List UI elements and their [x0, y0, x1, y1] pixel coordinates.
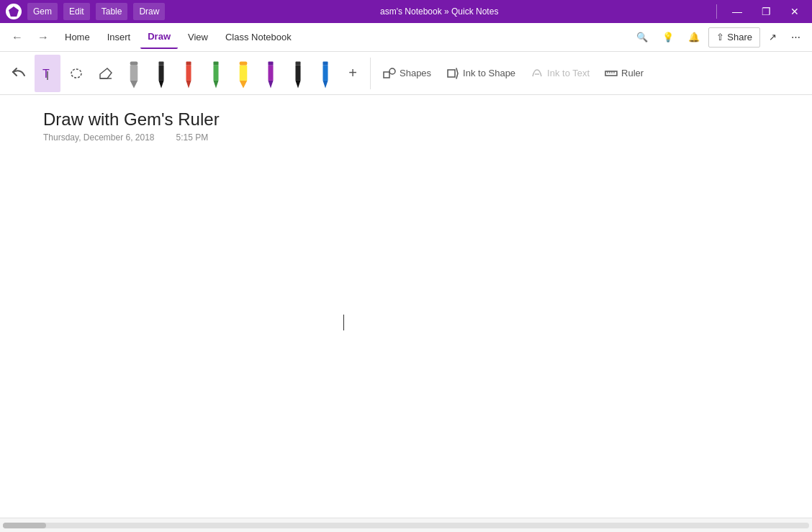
minimize-button[interactable]: — — [726, 0, 749, 23]
pen-6-button[interactable] — [258, 55, 284, 92]
svg-marker-13 — [186, 80, 191, 88]
title-bar-left: Gem Edit Table Draw — [6, 3, 165, 20]
pen-5-button[interactable] — [230, 55, 256, 92]
svg-marker-28 — [322, 80, 328, 88]
gem-badge — [6, 4, 22, 19]
ruler-button[interactable]: Ruler — [598, 59, 649, 88]
pen-3-icon — [179, 59, 199, 91]
svg-marker-22 — [268, 80, 273, 88]
ink-to-shape-button[interactable]: Ink to Shape — [440, 59, 521, 88]
pen-1-button[interactable] — [121, 55, 147, 92]
expand-icon: ↗ — [769, 32, 777, 42]
lasso-select-button[interactable] — [63, 55, 89, 92]
svg-marker-10 — [158, 80, 163, 88]
title-bar: Gem Edit Table Draw asm's Notebook » Qui… — [0, 0, 812, 23]
scrollbar-thumb[interactable] — [3, 523, 46, 528]
lightbulb-button[interactable]: 💡 — [657, 27, 680, 48]
lightbulb-icon: 💡 — [662, 32, 674, 42]
forward-button[interactable]: → — [32, 26, 55, 49]
ink-to-shape-icon — [446, 66, 460, 81]
svg-rect-5 — [130, 61, 138, 65]
text-cursor — [343, 315, 344, 330]
content-area[interactable]: Draw with Gem's Ruler Thursday, December… — [0, 95, 812, 518]
svg-point-30 — [389, 68, 395, 74]
search-button[interactable]: 🔍 — [631, 27, 654, 48]
share-button[interactable]: ⇧ Share — [708, 27, 760, 48]
pen-2-button[interactable] — [148, 55, 174, 92]
svg-rect-6 — [130, 65, 138, 80]
svg-rect-18 — [240, 65, 248, 80]
ruler-icon — [604, 66, 618, 81]
more-icon: ⋯ — [791, 32, 800, 42]
select-tool-button[interactable]: T — [35, 55, 60, 92]
undo-icon — [11, 66, 27, 81]
ink-to-text-label: Ink to Text — [547, 68, 590, 78]
page-date: Thursday, December 6, 2018 — [43, 132, 155, 143]
tab-class-notebook[interactable]: Class Notebook — [218, 26, 299, 49]
svg-rect-23 — [295, 61, 300, 65]
menu-bar: ← → Home Insert Draw View Class Notebook… — [0, 23, 812, 52]
ruler-label: Ruler — [621, 68, 644, 78]
pen-8-button[interactable] — [312, 55, 338, 92]
bell-button[interactable]: 🔔 — [682, 27, 705, 48]
pen-1-icon — [124, 59, 144, 91]
more-button[interactable]: ⋯ — [785, 27, 806, 48]
pen-4-icon — [206, 59, 226, 91]
scrollbar-area — [0, 518, 812, 532]
expand-button[interactable]: ↗ — [763, 27, 782, 48]
eraser-button[interactable] — [92, 55, 118, 92]
shapes-button[interactable]: Shapes — [376, 59, 437, 88]
svg-rect-29 — [384, 72, 389, 78]
svg-rect-27 — [322, 65, 328, 80]
svg-marker-19 — [240, 80, 248, 88]
title-bar-right: — ❐ ✕ — [713, 0, 806, 23]
ink-to-text-button[interactable]: Ink to Text — [524, 59, 595, 88]
pen-6-icon — [261, 59, 281, 91]
pen-group — [121, 55, 338, 92]
back-button[interactable]: ← — [6, 26, 29, 49]
pen-7-button[interactable] — [285, 55, 311, 92]
tab-view[interactable]: View — [181, 26, 215, 49]
share-label: Share — [727, 32, 752, 42]
eraser-icon — [97, 66, 113, 81]
bell-icon: 🔔 — [688, 32, 700, 42]
pen-5-icon — [233, 59, 253, 91]
svg-rect-21 — [268, 65, 273, 80]
edit-menu-button[interactable]: Edit — [63, 3, 90, 20]
pen-4-button[interactable] — [203, 55, 229, 92]
page-metadata: Thursday, December 6, 2018 5:15 PM — [43, 132, 769, 143]
svg-rect-31 — [448, 70, 455, 77]
select-tool-icon: T — [40, 66, 55, 81]
svg-rect-17 — [240, 61, 248, 65]
window-title: asm's Notebook » Quick Notes — [165, 6, 713, 17]
gem-icon — [9, 6, 19, 17]
close-button[interactable]: ✕ — [783, 0, 806, 23]
pen-8-icon — [315, 59, 335, 91]
ink-to-shape-label: Ink to Shape — [463, 68, 515, 78]
pen-2-icon — [151, 59, 171, 91]
undo-button[interactable] — [6, 55, 32, 92]
svg-rect-33 — [605, 71, 617, 76]
ink-to-text-icon — [530, 66, 544, 81]
add-pen-button[interactable]: + — [341, 62, 364, 85]
shapes-label: Shapes — [400, 68, 431, 78]
page-time: 5:15 PM — [176, 132, 209, 143]
svg-marker-25 — [295, 80, 300, 88]
svg-rect-14 — [213, 61, 218, 65]
share-icon: ⇧ — [716, 32, 724, 42]
restore-button[interactable]: ❐ — [754, 0, 777, 23]
tab-insert[interactable]: Insert — [100, 26, 138, 49]
shapes-icon — [382, 66, 397, 81]
svg-rect-26 — [322, 61, 328, 65]
pen-3-button[interactable] — [176, 55, 202, 92]
svg-rect-24 — [295, 65, 300, 80]
draw-menu-button[interactable]: Draw — [133, 3, 165, 20]
tab-draw[interactable]: Draw — [140, 26, 178, 49]
tab-home[interactable]: Home — [58, 26, 97, 49]
gem-menu-button[interactable]: Gem — [27, 3, 58, 20]
table-menu-button[interactable]: Table — [96, 3, 128, 20]
search-icon: 🔍 — [636, 32, 648, 42]
svg-marker-7 — [130, 80, 138, 88]
svg-rect-9 — [158, 65, 163, 80]
scrollbar-track[interactable] — [3, 523, 809, 528]
